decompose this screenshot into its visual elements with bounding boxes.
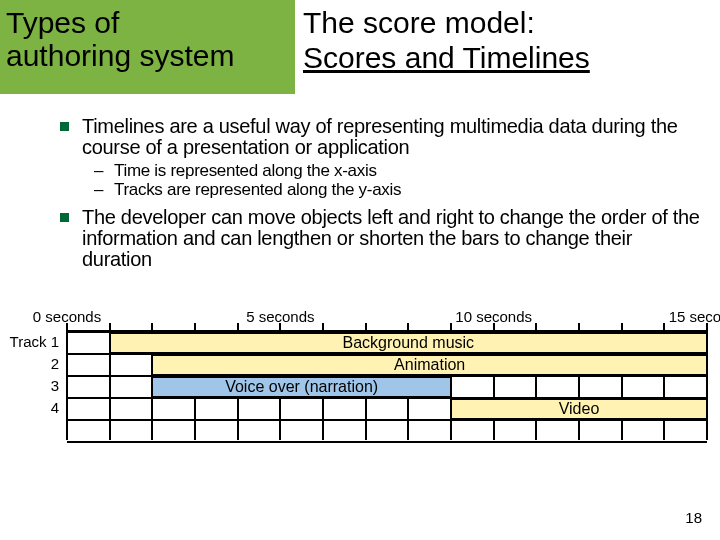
bullet-item: Timelines are a useful way of representi… — [20, 116, 700, 199]
header-left-block: Types of authoring system — [0, 0, 295, 94]
header-right-block: The score model: Scores and Timelines — [295, 0, 720, 94]
timeline-chart: 0 seconds5 seconds10 seconds15 seconds T… — [12, 308, 712, 440]
sub-bullet-item: Tracks are represented along the y-axis — [82, 181, 700, 200]
track-label: 3 — [8, 376, 63, 398]
timeline-bar: Video — [451, 399, 707, 419]
timeline-grid: Track 1234 Background musicAnimationVoic… — [67, 330, 707, 440]
track-label: 4 — [8, 398, 63, 420]
header-left-line1: Types of — [6, 6, 119, 39]
slide-header: Types of authoring system The score mode… — [0, 0, 720, 94]
header-right-line1: The score model: — [303, 6, 535, 39]
track-label: 2 — [8, 354, 63, 376]
sub-bullet-list: Time is represented along the x-axisTrac… — [82, 162, 700, 199]
bullet-item: The developer can move objects left and … — [20, 207, 700, 270]
timeline-bar: Voice over (narration) — [152, 377, 451, 397]
track-label: Track 1 — [8, 332, 63, 354]
timeline-bar: Animation — [152, 355, 707, 375]
header-left-line2: authoring system — [6, 39, 234, 72]
sub-bullet-item: Time is represented along the x-axis — [82, 162, 700, 181]
timeline-bar: Background music — [110, 333, 707, 353]
time-axis-labels: 0 seconds5 seconds10 seconds15 seconds — [12, 308, 712, 330]
bullet-list: Timelines are a useful way of representi… — [20, 116, 700, 270]
time-tick-label: 15 seconds — [669, 308, 720, 325]
header-right-line2: Scores and Timelines — [303, 41, 590, 74]
page-number: 18 — [685, 509, 702, 526]
body-content: Timelines are a useful way of representi… — [0, 94, 720, 270]
